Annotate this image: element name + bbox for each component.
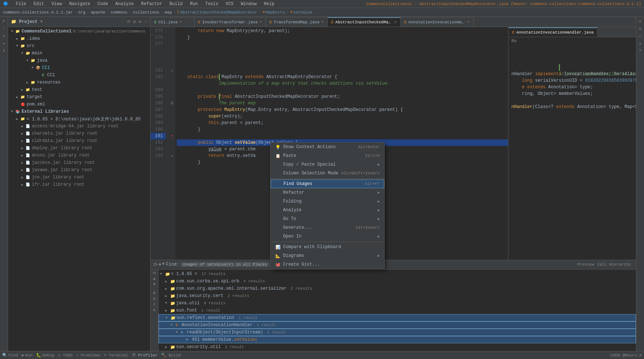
find-side-next[interactable]: ▼ [153,282,155,286]
breadcrumb-collections[interactable]: collections [133,10,160,15]
menu-view[interactable]: View [50,1,64,7]
right-code-editor[interactable]: Re lc proxy implementation of Annotation… [508,37,636,260]
tree-item-main[interactable]: ▼ 📁 main [8,50,150,57]
status-run[interactable]: ▶ Run [22,353,32,358]
status-problems[interactable]: ⚠ Problems [76,353,100,358]
tree-item-access[interactable]: ▶ 📄 access-bridge-64.jar library root [8,123,150,130]
tab-invoker[interactable]: C InvokerTransformer.java × [194,17,266,27]
tab-annotation[interactable]: C AnnotationInvocationHandler.java × [401,17,474,27]
ctx-refactor[interactable]: Refactor ▶ [271,188,384,197]
tree-item-src[interactable]: ▼ 📁 src [8,42,150,50]
ctx-column-selection[interactable]: Column Selection Mode Alt+Shift+Insert [271,169,384,178]
find-result-annotation-class[interactable]: ▼ C AnnotationInvocationHandler 1 result [159,321,636,329]
menu-code[interactable]: Code [96,1,110,7]
ctx-find-usages[interactable]: Find Usages Alt+F7 [271,180,384,188]
side-icon-commit[interactable]: ⑂ [1,26,7,32]
menu-help[interactable]: Help [262,1,276,7]
tab-close-cc1[interactable]: × [179,20,182,24]
find-next-btn[interactable]: ▼ [162,262,164,268]
expand-javautil[interactable]: ▼ [165,301,170,305]
tree-item-target[interactable]: ▶ 📁 target [8,93,150,101]
ctx-paste[interactable]: 📋 Paste Ctrl+V [271,151,384,160]
find-result-jdk-group[interactable]: ▼ 📁 < 1.8.65 > 17 results [159,270,636,278]
ctx-compare-clipboard[interactable]: 📊 Compare with Clipboard [271,243,384,251]
tree-item-java[interactable]: ▼ 📁 java [8,57,150,64]
status-todo[interactable]: ☑ TODO [58,353,73,358]
ctx-folding[interactable]: Folding ▶ [271,197,384,206]
ctx-copy-paste-special[interactable]: Copy / Paste Special ▶ [271,160,384,169]
breadcrumb-jar[interactable]: commons-collections-3.2.1.jar [3,10,73,15]
status-profiler[interactable]: ⏱ Profiler [132,353,157,358]
project-tree[interactable]: ▼ 📁 CommonsCollections1 D:\notes\java\pr… [8,27,150,351]
expand-readobject[interactable]: ▼ [176,331,181,334]
status-debug[interactable]: 🐛 Debug [36,353,54,358]
find-result-security[interactable]: ▶ 📁 java.security.cert 2 results [159,292,636,300]
menu-vcs[interactable]: VCS [224,1,235,7]
find-result-annotation-group[interactable]: ▼ 📁 sun.reflect.annotation 1 result [159,314,636,321]
right-icon-hierarchy[interactable]: H [637,26,644,32]
tree-item-javaws[interactable]: ▶ 📄 javaws.jar library root [8,166,150,174]
menu-file[interactable]: File [14,1,28,7]
tree-item-test[interactable]: ▶ 📁 test [8,86,150,93]
panel-settings-btn[interactable]: ⚙ [138,19,142,25]
tab-close-transformed[interactable]: × [321,20,323,24]
find-side-prev[interactable]: ▲ [153,277,155,281]
find-side-toggle[interactable]: ≡ [153,302,155,306]
project-dropdown-icon[interactable]: ▼ [41,20,43,24]
side-icon-structure[interactable]: ≡ [1,33,7,39]
side-icon-favorites[interactable]: ★ [1,40,7,47]
tab-close-annotation[interactable]: × [467,20,469,24]
tree-item-jdk[interactable]: ▶ 📁 < 1.8.65 > D:\notes\java\jdk文件\jdk1.… [8,115,150,123]
ctx-diagrams[interactable]: 📐 Diagrams ▶ [271,251,384,260]
expand-annotation-group[interactable]: ▼ [165,316,171,320]
breadcrumb-apache[interactable]: apache [91,10,105,15]
menu-run[interactable]: Run [188,1,199,7]
ctx-show-context[interactable]: 💡 Show Context Actions Alt+Enter [271,143,384,151]
find-result-serializer[interactable]: ▶ 📁 com.sun.org.apache.xml.internal.seri… [159,285,636,292]
side-icon-project[interactable]: P [1,18,7,25]
breadcrumb-class[interactable]: AbstractInputCheckedMapDecorator [180,10,257,15]
breadcrumb-setvalue[interactable]: setValue [293,10,312,15]
tree-item-cldrdata[interactable]: ▶ 📄 cldrdata.jar library root [8,137,150,144]
breadcrumb-commons[interactable]: commons [111,10,127,15]
tree-item-jce[interactable]: ▶ 📄 jce.jar library root [8,174,150,181]
menu-navigate[interactable]: Navigate [68,1,92,7]
ctx-goto[interactable]: Go To ▶ [271,215,384,223]
breadcrumb-mapentry[interactable]: MapEntry [266,10,285,15]
find-side-settings[interactable]: ⚙ [153,308,155,312]
preview-btn[interactable]: Preview [577,262,594,267]
right-icon-todo[interactable]: ✓ [637,33,644,39]
tree-item-idea[interactable]: ▶ 📁 .idea [8,35,150,42]
expand-secutil[interactable]: ▶ [165,345,170,349]
tab-transformed[interactable]: C TransformedMap.java × [266,17,327,27]
tree-item-cc1-class[interactable]: C CC1 [8,72,150,79]
expand-serializer[interactable]: ▶ [165,287,170,291]
find-refresh-btn[interactable]: ⟳ [153,262,158,268]
menu-tools[interactable]: Tools [204,1,220,7]
tree-item-charsets[interactable]: ▶ 📄 charsets.jar library root [8,130,150,137]
find-result-secutil[interactable]: ▶ 📁 sun.security.util 1 result [159,343,636,351]
side-icon-info[interactable]: ℹ [1,47,7,54]
tree-item-pom[interactable]: 🔴 pom.xml [8,101,150,108]
find-result-membervalue[interactable]: m 451 memberValue.setValue( [159,336,636,343]
call-hierarchy-btn[interactable]: Call Hierarchy [597,262,631,267]
tab-cc1[interactable]: C CC1.java × [150,17,194,27]
right-tab-annotation[interactable]: C AnnotationInvocationHandler.java [508,27,598,37]
ctx-create-gist[interactable]: 🐙 Create Gist... [271,260,384,269]
panel-close-btn[interactable]: — [143,19,147,25]
breadcrumb-map[interactable]: map [165,10,172,15]
ctx-open-in[interactable]: Open In ▶ [271,232,384,241]
tab-close-abstract[interactable]: × [394,20,396,24]
status-find[interactable]: 🔍 Find [2,353,18,358]
menu-edit[interactable]: Edit [32,1,46,7]
find-side-up[interactable]: ⟳ [153,271,156,275]
menu-analyze[interactable]: Analyze [114,1,135,7]
menu-refactor[interactable]: Refactor [140,1,164,7]
find-results-list[interactable]: ▼ 📁 < 1.8.65 > 17 results ▶ 📁 com.sun.co… [159,270,636,351]
breadcrumb-org[interactable]: org [78,10,85,15]
find-prev-btn[interactable]: ▲ [159,262,161,268]
right-icon-bookmark[interactable]: ★ [637,40,644,47]
tree-item-resources[interactable]: ▶ 📁 resources [8,79,150,86]
tab-abstract[interactable]: C AbstractInputCheckedMapDecorator.java … [328,17,401,27]
panel-sync-btn[interactable]: ⟳ [126,19,131,25]
